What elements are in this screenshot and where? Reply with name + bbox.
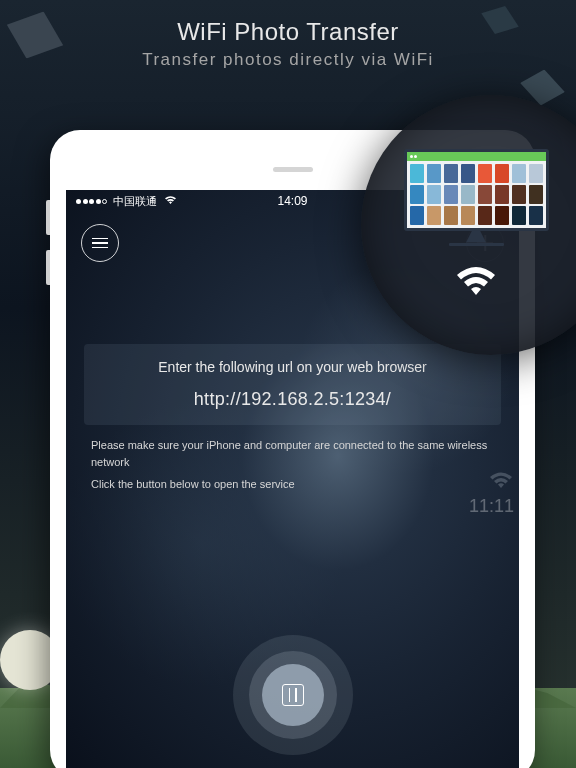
thumb-column [512, 164, 526, 225]
monitor-thumbnails [407, 161, 546, 228]
service-button-wrap [233, 635, 353, 755]
thumb [427, 185, 441, 204]
tablet-side-button [46, 200, 50, 235]
thumb [512, 164, 526, 183]
thumb [529, 206, 543, 225]
wifi-overlay: 11:11 [469, 470, 514, 517]
instruction-line: Click the button below to open the servi… [91, 476, 494, 493]
status-time: 14:09 [277, 194, 307, 208]
service-toggle-button[interactable] [262, 664, 324, 726]
header: WiFi Photo Transfer Transfer photos dire… [0, 0, 576, 70]
url-prompt: Enter the following url on your web brow… [96, 359, 489, 375]
thumb [512, 185, 526, 204]
monitor-header [407, 152, 546, 161]
overlay-time: 11:11 [469, 496, 514, 517]
thumb [529, 185, 543, 204]
tablet-speaker [273, 167, 313, 172]
thumb-column [444, 164, 458, 225]
carrier-label: 中国联通 [113, 194, 157, 209]
tablet-side-button [46, 250, 50, 285]
thumb-column [427, 164, 441, 225]
wifi-icon [488, 470, 514, 490]
monitor-base [449, 243, 504, 246]
thumb [478, 185, 492, 204]
thumb [427, 164, 441, 183]
thumb [410, 206, 424, 225]
page-subtitle: Transfer photos directly via WiFi [0, 50, 576, 70]
thumb [461, 206, 475, 225]
url-box: Enter the following url on your web brow… [84, 344, 501, 425]
pause-icon [282, 684, 304, 706]
monitor-screen [404, 149, 549, 231]
thumb-column [461, 164, 475, 225]
thumb [461, 164, 475, 183]
thumb [478, 164, 492, 183]
monitor-illustration [404, 149, 549, 244]
thumb [410, 185, 424, 204]
signal-icon [76, 199, 107, 204]
thumb [529, 164, 543, 183]
thumb [427, 206, 441, 225]
thumb [410, 164, 424, 183]
thumb [495, 185, 509, 204]
thumb-column [529, 164, 543, 225]
status-left: 中国联通 [76, 194, 177, 209]
thumb-column [410, 164, 424, 225]
thumb-column [478, 164, 492, 225]
thumb-column [495, 164, 509, 225]
monitor-stand [466, 231, 486, 243]
wifi-icon [164, 194, 177, 208]
wifi-icon [453, 262, 499, 302]
thumb [495, 164, 509, 183]
instructions: Please make sure your iPhone and compute… [91, 437, 494, 493]
thumb [461, 185, 475, 204]
thumb [512, 206, 526, 225]
menu-button[interactable] [81, 224, 119, 262]
thumb [444, 206, 458, 225]
thumb [444, 164, 458, 183]
instruction-line: Please make sure your iPhone and compute… [91, 437, 494, 470]
thumb [444, 185, 458, 204]
thumb [478, 206, 492, 225]
thumb [495, 206, 509, 225]
url-text: http://192.168.2.5:1234/ [96, 389, 489, 410]
